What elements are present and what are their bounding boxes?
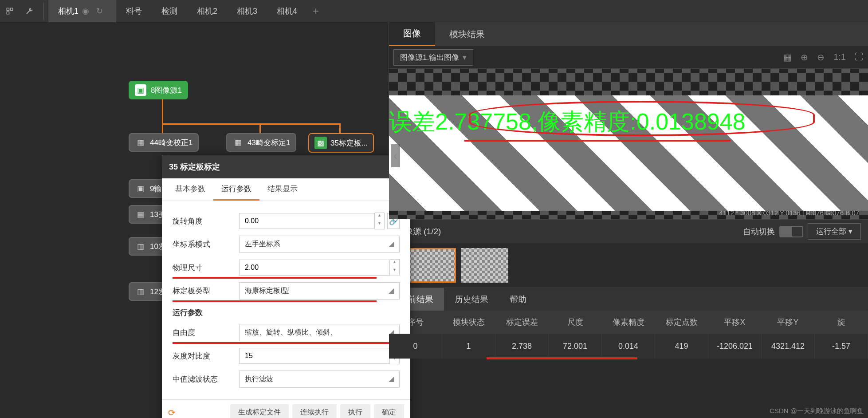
boardtype-select[interactable]: 海康标定板I型◢ (239, 282, 400, 300)
spin-up[interactable]: ▲ (375, 213, 384, 221)
tab-run-params[interactable]: 运行参数 (213, 178, 259, 201)
image-info: 4112 * 3008 X:0312 Y:0136 | R:076 G:076 … (719, 209, 859, 217)
tab-help[interactable]: 帮助 (499, 288, 537, 311)
send-icon: ▥ (135, 241, 146, 252)
continuous-exec-button[interactable]: 连续执行 (292, 404, 337, 418)
image-viewer[interactable]: 误差2.737758,像素精度:0.0138948 ‹ 4112 * 3008 … (389, 68, 868, 219)
spin-down[interactable]: ▼ (375, 221, 384, 229)
tab-camera4[interactable]: 相机4 (267, 0, 307, 22)
calib-dialog: 35 标定板标定 ✕ 基本参数 运行参数 结果显示 旋转角度 ▲▼ 🔗 (162, 155, 410, 418)
tab-module-result[interactable]: 模块结果 (435, 22, 499, 46)
layout-icon[interactable] (0, 0, 20, 22)
result-table: 序号模块状态标定误差尺度像素精度标定点数平移X平移Y旋 012.73872.00… (389, 311, 868, 418)
section-run-params: 运行参数 (173, 308, 400, 318)
tab-image[interactable]: 图像 (389, 22, 435, 46)
gen-calib-button[interactable]: 生成标定文件 (230, 404, 289, 418)
physical-input[interactable] (239, 260, 390, 276)
tab-history-result[interactable]: 历史结果 (444, 288, 499, 311)
table-cell: -1.57 (815, 334, 868, 359)
dof-label: 自由度 (173, 327, 239, 338)
table-header: 标定误差 (495, 311, 549, 334)
gray-input[interactable] (239, 348, 390, 364)
thumbnail-2[interactable] (461, 248, 508, 283)
gray-label: 灰度对比度 (173, 351, 239, 361)
node-board-calib[interactable]: ▩ 35标定板... (308, 133, 374, 153)
coordmode-label: 坐标系模式 (173, 239, 239, 249)
svg-rect-0 (7, 8, 9, 10)
tab-result-display[interactable]: 结果显示 (259, 178, 306, 201)
auto-switch-toggle[interactable] (779, 226, 803, 237)
table-cell: 72.001 (549, 334, 602, 359)
run-all-select[interactable]: 运行全部 ▾ (808, 223, 861, 240)
image-icon: ▣ (135, 84, 146, 96)
rotation-input[interactable] (239, 213, 375, 229)
zoom-in-icon[interactable]: ⊕ (801, 52, 808, 63)
prev-image-icon[interactable]: ‹ (391, 144, 400, 167)
grid-icon[interactable]: ▦ (783, 52, 792, 63)
tab-basic-params[interactable]: 基本参数 (167, 178, 213, 201)
table-header: 尺度 (549, 311, 602, 334)
table-cell: 1 (442, 334, 495, 359)
median-label: 中值滤波状态 (173, 374, 239, 384)
table-header: 模块状态 (442, 311, 495, 334)
ok-button[interactable]: 确定 (374, 404, 404, 418)
table-header: 像素精度 (602, 311, 655, 334)
tab-part[interactable]: 料号 (116, 0, 152, 22)
node-distortion-calib[interactable]: ▦ 43畸变标定1 (226, 133, 296, 152)
grid-icon: ▦ (135, 137, 146, 148)
refresh-icon[interactable]: ⟳ (168, 407, 176, 418)
checker-icon: ▩ (314, 137, 327, 149)
zoom-out-icon[interactable]: ⊖ (817, 52, 825, 63)
calc-icon: ▤ (135, 209, 146, 220)
coordmode-select[interactable]: 左手坐标系◢ (239, 236, 400, 253)
tab-camera3[interactable]: 相机3 (227, 0, 267, 22)
node-image-source[interactable]: ▣ 8图像源1 (129, 81, 188, 99)
table-cell: 0 (389, 334, 442, 359)
image-icon: ▣ (135, 183, 146, 194)
exec-button[interactable]: 执行 (340, 404, 370, 418)
table-cell: 0.014 (602, 334, 655, 359)
fullscreen-icon[interactable]: ⛶ (855, 52, 864, 63)
table-cell: 2.738 (495, 334, 549, 359)
fit-icon[interactable]: 1:1 (833, 52, 846, 63)
svg-rect-1 (11, 8, 13, 10)
flow-canvas[interactable]: ▣ 8图像源1 ▦ 44畸变校正1 ▦ 43畸变标定1 ▩ 35标定板... ▣… (0, 22, 389, 418)
tab-camera1[interactable]: 相机1 ◉ ↻ (48, 0, 116, 22)
tab-detect[interactable]: 检测 (152, 0, 187, 22)
play-icon[interactable]: ◉ (79, 6, 93, 16)
dialog-header[interactable]: 35 标定板标定 ✕ (162, 155, 410, 178)
right-panel: 图像 模块结果 图像源1.输出图像▾ ▦ ⊕ ⊖ 1:1 ⛶ 误差2.73775… (389, 22, 868, 418)
table-header: 标定点数 (655, 311, 708, 334)
auto-switch-label: 自动切换 (743, 226, 775, 237)
grid-icon: ▦ (232, 137, 244, 148)
spin-down[interactable]: ▼ (390, 268, 399, 276)
image-source-select[interactable]: 图像源1.输出图像▾ (393, 49, 473, 66)
node-distortion-correct[interactable]: ▦ 44畸变校正1 (129, 133, 199, 152)
table-cell: 4321.412 (762, 334, 815, 359)
add-tab-button[interactable]: + (307, 5, 325, 17)
watermark: CSDN @一天到晚游泳的鱼啊鱼 (770, 407, 864, 415)
table-cell: 419 (655, 334, 708, 359)
send-icon: ▥ (135, 286, 146, 297)
spin-up[interactable]: ▲ (390, 260, 399, 268)
tab-camera2[interactable]: 相机2 (187, 0, 227, 22)
svg-rect-2 (7, 12, 9, 14)
thumbnail-1[interactable] (409, 248, 456, 283)
top-toolbar: 相机1 ◉ ↻ 料号 检测 相机2 相机3 相机4 + (0, 0, 868, 22)
rotation-label: 旋转角度 (173, 216, 239, 226)
table-cell: -1206.021 (708, 334, 762, 359)
loop-icon[interactable]: ↻ (93, 6, 106, 16)
dialog-title: 35 标定板标定 (169, 162, 220, 172)
table-header: 旋 (815, 311, 868, 334)
wrench-icon[interactable] (20, 0, 39, 22)
median-select[interactable]: 执行滤波◢ (239, 371, 400, 388)
table-header: 平移X (708, 311, 762, 334)
dof-select[interactable]: 缩放、旋转、纵横比、倾斜、◢ (239, 324, 400, 341)
physical-label: 物理尺寸 (173, 263, 239, 273)
table-header: 平移Y (762, 311, 815, 334)
boardtype-label: 标定板类型 (173, 286, 239, 296)
